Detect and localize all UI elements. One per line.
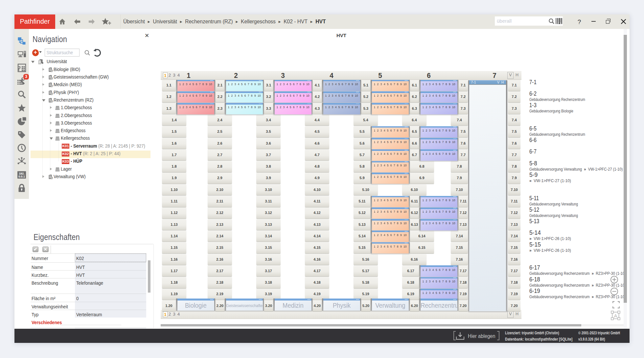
svg-text:A: A [614, 313, 617, 319]
